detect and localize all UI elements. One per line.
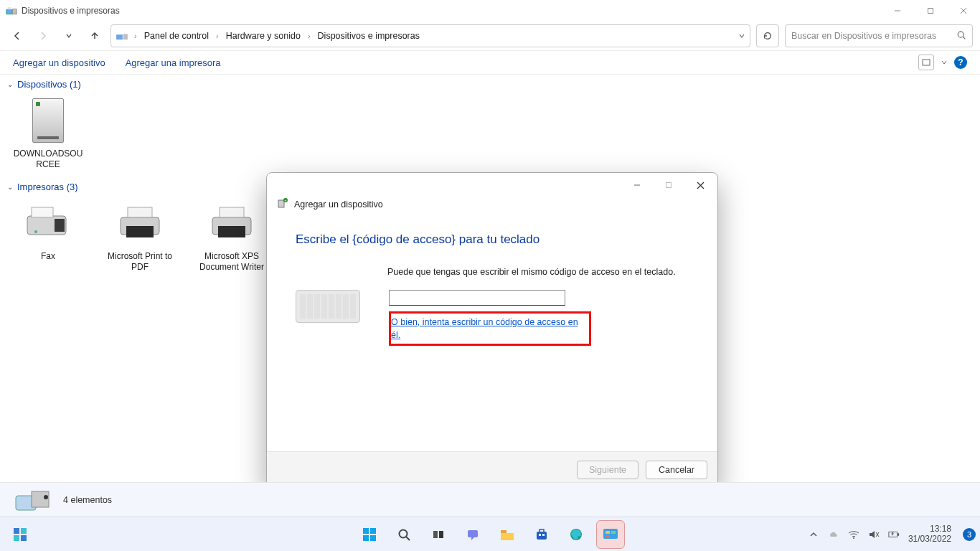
dialog-titlebar xyxy=(267,173,717,197)
svg-rect-54 xyxy=(606,535,610,537)
keyboard-icon xyxy=(296,290,360,323)
window-title: Dispositivos e impresoras xyxy=(22,6,120,16)
dialog-close-button[interactable] xyxy=(684,174,716,196)
svg-rect-44 xyxy=(468,530,478,537)
svg-rect-1 xyxy=(7,7,11,9)
add-device-button[interactable]: Agregar un dispositivo xyxy=(13,57,105,68)
svg-rect-20 xyxy=(220,207,244,217)
svg-rect-34 xyxy=(14,535,19,541)
status-bar: 4 elementos xyxy=(0,482,980,517)
svg-rect-2 xyxy=(13,9,17,14)
svg-rect-0 xyxy=(6,9,12,14)
edge-button[interactable] xyxy=(562,520,590,549)
tray-overflow-icon[interactable] xyxy=(808,529,819,540)
wifi-icon[interactable] xyxy=(848,529,859,540)
dialog-body: Escribe el {código de acceso} para tu te… xyxy=(267,217,717,451)
group-title: Dispositivos (1) xyxy=(17,79,81,90)
chevron-down-icon[interactable] xyxy=(738,32,745,39)
chevron-right-icon: › xyxy=(133,32,138,40)
svg-rect-8 xyxy=(123,34,128,39)
address-bar[interactable]: › Panel de control › Hardware y sonido ›… xyxy=(110,24,750,47)
recent-locations-button[interactable] xyxy=(59,26,79,46)
task-view-button[interactable] xyxy=(424,520,453,549)
next-button[interactable]: Siguiente xyxy=(577,461,639,479)
close-button[interactable] xyxy=(947,0,980,22)
passcode-input[interactable] xyxy=(389,290,565,306)
dialog-heading: Escribe el {código de acceso} para tu te… xyxy=(296,232,689,247)
volume-icon[interactable] xyxy=(868,529,880,540)
back-button[interactable] xyxy=(7,26,27,46)
svg-rect-7 xyxy=(116,34,123,39)
svg-rect-14 xyxy=(55,219,65,232)
chat-button[interactable] xyxy=(458,520,487,549)
alt-passcode-link[interactable]: O bien, intenta escribir un código de ac… xyxy=(391,317,578,340)
minimize-button[interactable] xyxy=(881,0,914,22)
help-button[interactable]: ? xyxy=(954,56,967,69)
printer-item[interactable]: Fax xyxy=(9,198,88,273)
svg-rect-37 xyxy=(370,528,376,534)
group-header-devices[interactable]: ⌄ Dispositivos (1) xyxy=(0,75,980,93)
clock-time: 13:18 xyxy=(908,524,951,534)
refresh-button[interactable] xyxy=(756,24,779,47)
printer-label: Microsoft Print to PDF xyxy=(103,251,177,273)
svg-rect-49 xyxy=(542,534,545,536)
dialog-maximize-button[interactable] xyxy=(653,174,684,196)
svg-line-41 xyxy=(406,537,410,540)
printer-item[interactable]: Microsoft Print to PDF xyxy=(100,198,179,273)
svg-point-9 xyxy=(958,32,963,37)
breadcrumb[interactable]: Dispositivos e impresoras xyxy=(315,29,423,42)
printer-icon xyxy=(115,198,165,248)
printer-label: Microsoft XPS Document Writer xyxy=(194,251,269,273)
store-button[interactable] xyxy=(527,520,556,549)
cancel-button[interactable]: Cancelar xyxy=(646,461,707,479)
device-item[interactable]: DOWNLOADSOURCEE xyxy=(9,95,88,170)
dialog-subtitle-row: + Agregar un dispositivo xyxy=(267,197,717,217)
svg-line-10 xyxy=(963,37,965,39)
onedrive-icon[interactable] xyxy=(828,529,839,540)
dialog-minimize-button[interactable] xyxy=(621,174,653,196)
breadcrumb[interactable]: Panel de control xyxy=(141,29,212,42)
svg-point-40 xyxy=(400,529,407,537)
add-printer-button[interactable]: Agregar una impresora xyxy=(126,57,221,68)
dialog-footer: Siguiente Cancelar xyxy=(267,451,717,482)
battery-icon[interactable] xyxy=(888,529,900,540)
clock-date: 31/03/2022 xyxy=(908,534,951,545)
svg-rect-39 xyxy=(370,535,376,541)
devices-printers-icon xyxy=(116,30,128,42)
svg-rect-23 xyxy=(666,183,672,188)
svg-text:+: + xyxy=(285,198,287,202)
svg-rect-33 xyxy=(21,528,27,534)
taskbar-clock[interactable]: 13:18 31/03/2022 xyxy=(908,524,951,545)
control-panel-button[interactable] xyxy=(596,520,625,549)
file-explorer-button[interactable] xyxy=(493,520,522,549)
up-button[interactable] xyxy=(85,26,105,46)
chevron-right-icon: › xyxy=(215,32,220,40)
dialog-subtitle: Agregar un dispositivo xyxy=(294,199,383,209)
svg-rect-48 xyxy=(539,534,541,536)
widgets-button[interactable] xyxy=(6,520,34,549)
device-label: DOWNLOADSOURCEE xyxy=(11,149,85,170)
svg-rect-32 xyxy=(14,528,19,534)
maximize-button[interactable] xyxy=(914,0,947,22)
view-options-button[interactable] xyxy=(918,55,934,70)
chevron-right-icon: › xyxy=(306,32,312,40)
taskbar: 13:18 31/03/2022 3 xyxy=(0,517,980,551)
dialog-hint: Puede que tengas que escribir el mismo c… xyxy=(387,267,689,277)
printer-icon xyxy=(207,198,257,248)
notifications-badge[interactable]: 3 xyxy=(963,528,976,541)
search-button[interactable] xyxy=(390,520,418,549)
svg-rect-59 xyxy=(897,533,899,536)
svg-rect-17 xyxy=(128,207,152,217)
breadcrumb[interactable]: Hardware y sonido xyxy=(223,29,303,42)
printer-label: Fax xyxy=(41,251,55,262)
devices-printers-icon xyxy=(6,6,17,16)
forward-button[interactable] xyxy=(33,26,53,46)
start-button[interactable] xyxy=(355,520,384,549)
printer-item[interactable]: Microsoft XPS Document Writer xyxy=(192,198,271,273)
chevron-down-icon[interactable] xyxy=(941,60,947,65)
highlight-box: O bien, intenta escribir un código de ac… xyxy=(389,311,591,346)
navigation-row: › Panel de control › Hardware y sonido ›… xyxy=(0,22,980,50)
svg-rect-53 xyxy=(611,531,616,534)
svg-rect-35 xyxy=(21,535,27,541)
search-input[interactable]: Buscar en Dispositivos e impresoras xyxy=(785,24,973,47)
